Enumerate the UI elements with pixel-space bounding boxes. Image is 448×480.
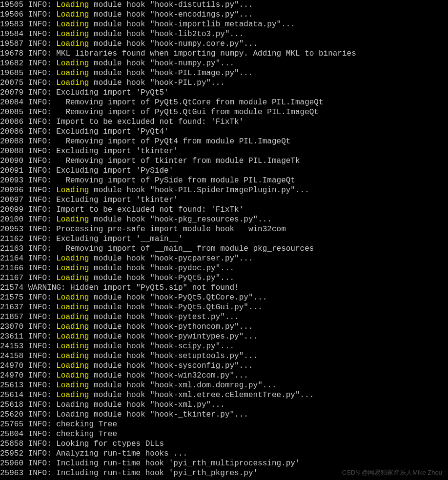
log-level: INFO:: [28, 293, 52, 302]
log-line: 19584 INFO: Loading module hook "hook-li…: [0, 29, 448, 39]
log-timestamp: 25620: [0, 410, 23, 419]
log-level: INFO:: [28, 352, 52, 360]
log-timestamp: 19685: [0, 69, 23, 78]
log-message: module hook "hook-sysconfig.py"...: [89, 361, 253, 370]
log-timestamp: 20953: [0, 225, 23, 234]
log-line: 20079 INFO: Excluding import 'PyQt5': [0, 88, 448, 98]
log-level: INFO:: [28, 342, 52, 351]
log-message: module hook "hook-encodings.py"...: [89, 10, 253, 19]
log-level: WARNING:: [28, 283, 66, 292]
log-line: 20091 INFO: Excluding import 'PySide': [0, 166, 448, 176]
log-message: Excluding import 'PyQt5': [56, 88, 168, 97]
log-line: 25963 INFO: Including run-time hook 'pyi…: [0, 468, 448, 478]
log-timestamp: 23611: [0, 332, 23, 341]
log-timestamp: 20091: [0, 166, 23, 175]
log-line: 21575 INFO: Loading module hook "hook-Py…: [0, 293, 448, 302]
log-highlight: Loading: [56, 352, 89, 360]
log-line: 20090 INFO: Removing import of tkinter f…: [0, 156, 448, 166]
log-timestamp: 23070: [0, 322, 23, 331]
log-timestamp: 25963: [0, 469, 23, 478]
log-line: 19506 INFO: Loading module hook "hook-en…: [0, 10, 448, 20]
log-line: 20086 INFO: Import to be excluded not fo…: [0, 117, 448, 127]
log-highlight: Loading: [56, 69, 89, 78]
log-line: 25858 INFO: Looking for ctypes DLLs: [0, 439, 448, 449]
log-timestamp: 20099: [0, 205, 23, 214]
log-level: INFO:: [28, 10, 52, 19]
log-highlight: Loading: [56, 10, 89, 19]
log-timestamp: 20090: [0, 157, 23, 165]
log-line: 21167 INFO: Loading module hook "hook-Py…: [0, 273, 448, 283]
log-message: module hook "hook-numpy.core.py"...: [89, 40, 258, 48]
log-message: module hook "hook-PyQt5.QtGui.py"...: [89, 303, 262, 312]
log-level: INFO:: [28, 98, 52, 107]
log-timestamp: 19682: [0, 59, 23, 68]
log-timestamp: 20088: [0, 147, 23, 156]
terminal-output: 19505 INFO: Loading module hook "hook-di…: [0, 0, 448, 478]
log-highlight: Loading: [56, 371, 89, 380]
log-line: 20099 INFO: Import to be excluded not fo…: [0, 205, 448, 215]
log-line: 20085 INFO: Removing import of PyQt5.QtG…: [0, 107, 448, 117]
log-timestamp: 24970: [0, 371, 23, 380]
log-highlight: Loading: [56, 274, 89, 282]
log-line: 20088 INFO: Excluding import 'tkinter': [0, 146, 448, 156]
log-level: INFO:: [28, 186, 52, 195]
log-highlight: Loading: [56, 303, 89, 312]
log-timestamp: 21575: [0, 293, 23, 302]
log-line: 20075 INFO: Loading module hook "hook-PI…: [0, 78, 448, 88]
log-timestamp: 21163: [0, 244, 23, 253]
log-level: INFO:: [28, 264, 52, 273]
log-line: 20097 INFO: Excluding import 'tkinter': [0, 195, 448, 205]
log-level: INFO:: [28, 137, 52, 146]
log-message: Loading module hook "hook-xml.py"...: [56, 400, 225, 409]
log-message: module hook "hook-pydoc.py"...: [89, 264, 234, 273]
log-level: INFO:: [28, 400, 52, 409]
log-highlight: Loading: [56, 79, 89, 87]
log-message: Processing pre-safe import module hook w…: [56, 225, 285, 234]
log-message: Removing import of __main__ from module …: [56, 244, 314, 253]
log-line: 25613 INFO: Loading module hook "hook-xm…: [0, 380, 448, 390]
log-line: 20100 INFO: Loading module hook "hook-pk…: [0, 215, 448, 224]
log-timestamp: 20086: [0, 127, 23, 136]
log-message: module hook "hook-win32com.py"...: [89, 371, 248, 380]
log-line: 19587 INFO: Loading module hook "hook-nu…: [0, 39, 448, 49]
log-message: module hook "hook-setuptools.py"...: [89, 352, 258, 360]
log-highlight: Loading: [56, 40, 89, 48]
log-message: Including run-time hook 'pyi_rth_pkgres.…: [56, 469, 258, 478]
log-line: 21164 INFO: Loading module hook "hook-py…: [0, 254, 448, 263]
log-timestamp: 25618: [0, 400, 23, 409]
log-timestamp: 20093: [0, 176, 23, 185]
log-message: MKL libraries found when importing numpy…: [56, 49, 356, 58]
log-timestamp: 20097: [0, 196, 23, 204]
log-message: module hook "hook-PyQt5.QtCore.py"...: [89, 293, 267, 302]
log-timestamp: 19587: [0, 40, 23, 48]
log-level: INFO:: [28, 108, 52, 117]
log-timestamp: 20085: [0, 108, 23, 117]
log-message: Looking for ctypes DLLs: [56, 440, 164, 448]
log-level: INFO:: [28, 332, 52, 341]
log-level: INFO:: [28, 69, 52, 78]
log-level: INFO:: [28, 420, 52, 429]
log-line: 21637 INFO: Loading module hook "hook-Py…: [0, 302, 448, 312]
log-line: 20084 INFO: Removing import of PyQt5.QtC…: [0, 98, 448, 107]
log-message: module hook "hook-lib2to3.py"...: [89, 30, 244, 39]
log-level: INFO:: [28, 361, 52, 370]
log-highlight: Loading: [56, 30, 89, 39]
log-timestamp: 25614: [0, 391, 23, 400]
log-message: Including run-time hook 'pyi_rth_multipr…: [56, 459, 300, 468]
log-timestamp: 20084: [0, 98, 23, 107]
log-level: INFO:: [28, 79, 52, 87]
log-level: INFO:: [28, 469, 52, 478]
log-timestamp: 19583: [0, 20, 23, 29]
log-timestamp: 20088: [0, 137, 23, 146]
log-message: Removing import of PyQt4 from module PIL…: [56, 137, 290, 146]
log-message: Excluding import 'PySide': [56, 166, 173, 175]
log-level: INFO:: [28, 235, 52, 243]
log-message: module hook "hook-pywintypes.py"...: [89, 332, 258, 341]
log-line: 24153 INFO: Loading module hook "hook-sc…: [0, 341, 448, 351]
log-highlight: Loading: [56, 59, 89, 68]
log-message: Import to be excluded not found: 'FixTk': [56, 118, 244, 126]
log-message: Excluding import '__main__': [56, 235, 183, 243]
log-message: Excluding import 'PyQt4': [56, 127, 168, 136]
log-line: 20093 INFO: Removing import of PySide fr…: [0, 176, 448, 185]
log-level: INFO:: [28, 118, 52, 126]
